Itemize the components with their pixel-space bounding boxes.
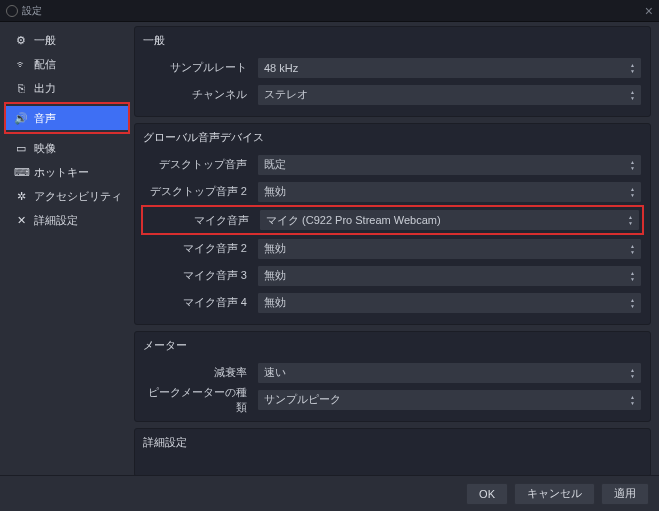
sidebar-item-stream[interactable]: ᯤ 配信 <box>6 52 130 76</box>
select-value: サンプルピーク <box>264 392 341 407</box>
spinner-icon: ▲▼ <box>630 367 635 379</box>
sidebar-item-hotkeys[interactable]: ⌨ ホットキー <box>6 160 130 184</box>
row-channel: チャンネル ステレオ ▲▼ <box>143 81 642 108</box>
select-sample-rate[interactable]: 48 kHz ▲▼ <box>257 57 642 79</box>
spinner-icon: ▲▼ <box>630 89 635 101</box>
select-value: マイク (C922 Pro Stream Webcam) <box>266 213 441 228</box>
select-mic-audio-4[interactable]: 無効 ▲▼ <box>257 292 642 314</box>
group-title: 詳細設定 <box>143 435 642 450</box>
app-icon <box>6 5 18 17</box>
spinner-icon: ▲▼ <box>630 159 635 171</box>
row-desktop-audio-2: デスクトップ音声 2 無効 ▲▼ <box>143 178 642 205</box>
close-icon[interactable]: × <box>645 3 653 19</box>
sidebar-item-advanced[interactable]: ✕ 詳細設定 <box>6 208 130 232</box>
sidebar-item-label: ホットキー <box>34 165 89 180</box>
sidebar: ⚙ 一般 ᯤ 配信 ⎘ 出力 🔊 音声 ▭ 映像 ⌨ ホットキー ✲ アクセシビ… <box>0 22 130 475</box>
label-mic-audio-3: マイク音声 3 <box>143 268 251 283</box>
tools-icon: ✕ <box>14 214 28 227</box>
label-mic-audio: マイク音声 <box>145 213 253 228</box>
select-value: 既定 <box>264 157 286 172</box>
sidebar-item-label: 出力 <box>34 81 56 96</box>
row-mic-audio-3: マイク音声 3 無効 ▲▼ <box>143 262 642 289</box>
spinner-icon: ▲▼ <box>630 297 635 309</box>
label-desktop-audio: デスクトップ音声 <box>143 157 251 172</box>
row-mic-audio-4: マイク音声 4 無効 ▲▼ <box>143 289 642 316</box>
group-title: メーター <box>143 338 642 353</box>
content-pane: 一般 サンプルレート 48 kHz ▲▼ チャンネル ステレオ ▲▼ グローバル… <box>130 22 659 475</box>
sidebar-item-label: アクセシビリティ <box>34 189 122 204</box>
window-title: 設定 <box>22 4 42 18</box>
group-general: 一般 サンプルレート 48 kHz ▲▼ チャンネル ステレオ ▲▼ <box>134 26 651 117</box>
select-value: 無効 <box>264 268 286 283</box>
sidebar-item-label: 詳細設定 <box>34 213 78 228</box>
sidebar-item-accessibility[interactable]: ✲ アクセシビリティ <box>6 184 130 208</box>
row-desktop-audio: デスクトップ音声 既定 ▲▼ <box>143 151 642 178</box>
select-value: 無効 <box>264 295 286 310</box>
group-title: グローバル音声デバイス <box>143 130 642 145</box>
row-mic-audio-highlight: マイク音声 マイク (C922 Pro Stream Webcam) ▲▼ <box>141 205 644 235</box>
ok-button[interactable]: OK <box>466 483 508 505</box>
output-icon: ⎘ <box>14 82 28 94</box>
select-value: ステレオ <box>264 87 308 102</box>
group-meters: メーター 減衰率 速い ▲▼ ピークメーターの種類 サンプルピーク ▲▼ <box>134 331 651 422</box>
title-bar: 設定 × <box>0 0 659 22</box>
select-value: 無効 <box>264 184 286 199</box>
sidebar-item-label: 映像 <box>34 141 56 156</box>
row-sample-rate: サンプルレート 48 kHz ▲▼ <box>143 54 642 81</box>
select-channel[interactable]: ステレオ ▲▼ <box>257 84 642 106</box>
cancel-button[interactable]: キャンセル <box>514 483 595 505</box>
label-decay-rate: 減衰率 <box>143 365 251 380</box>
select-mic-audio-2[interactable]: 無効 ▲▼ <box>257 238 642 260</box>
spinner-icon: ▲▼ <box>630 186 635 198</box>
speaker-icon: 🔊 <box>14 112 28 125</box>
sidebar-item-output[interactable]: ⎘ 出力 <box>6 76 130 100</box>
select-value: 速い <box>264 365 286 380</box>
apply-button[interactable]: 適用 <box>601 483 649 505</box>
antenna-icon: ᯤ <box>14 58 28 70</box>
sidebar-highlight: 🔊 音声 <box>4 102 130 134</box>
label-channel: チャンネル <box>143 87 251 102</box>
select-value: 48 kHz <box>264 62 298 74</box>
sidebar-item-label: 一般 <box>34 33 56 48</box>
select-decay-rate[interactable]: 速い ▲▼ <box>257 362 642 384</box>
group-global-audio-devices: グローバル音声デバイス デスクトップ音声 既定 ▲▼ デスクトップ音声 2 無効… <box>134 123 651 325</box>
accessibility-icon: ✲ <box>14 190 28 203</box>
footer: OK キャンセル 適用 <box>0 475 659 511</box>
gear-icon: ⚙ <box>14 34 28 47</box>
spinner-icon: ▲▼ <box>630 270 635 282</box>
label-mic-audio-2: マイク音声 2 <box>143 241 251 256</box>
sidebar-item-label: 音声 <box>34 111 56 126</box>
label-desktop-audio-2: デスクトップ音声 2 <box>143 184 251 199</box>
select-mic-audio[interactable]: マイク (C922 Pro Stream Webcam) ▲▼ <box>259 209 640 231</box>
sidebar-item-general[interactable]: ⚙ 一般 <box>6 28 130 52</box>
spinner-icon: ▲▼ <box>628 214 633 226</box>
select-desktop-audio-2[interactable]: 無効 ▲▼ <box>257 181 642 203</box>
spinner-icon: ▲▼ <box>630 243 635 255</box>
row-peak-meter-type: ピークメーターの種類 サンプルピーク ▲▼ <box>143 386 642 413</box>
group-title: 一般 <box>143 33 642 48</box>
spinner-icon: ▲▼ <box>630 62 635 74</box>
row-decay-rate: 減衰率 速い ▲▼ <box>143 359 642 386</box>
label-sample-rate: サンプルレート <box>143 60 251 75</box>
select-value: 無効 <box>264 241 286 256</box>
spinner-icon: ▲▼ <box>630 394 635 406</box>
keyboard-icon: ⌨ <box>14 166 28 179</box>
row-mic-audio-2: マイク音声 2 無効 ▲▼ <box>143 235 642 262</box>
select-peak-meter-type[interactable]: サンプルピーク ▲▼ <box>257 389 642 411</box>
select-mic-audio-3[interactable]: 無効 ▲▼ <box>257 265 642 287</box>
label-peak-meter-type: ピークメーターの種類 <box>143 385 251 415</box>
sidebar-item-video[interactable]: ▭ 映像 <box>6 136 130 160</box>
select-desktop-audio[interactable]: 既定 ▲▼ <box>257 154 642 176</box>
sidebar-item-label: 配信 <box>34 57 56 72</box>
group-advanced: 詳細設定 <box>134 428 651 475</box>
sidebar-item-audio[interactable]: 🔊 音声 <box>6 106 128 130</box>
monitor-icon: ▭ <box>14 142 28 155</box>
label-mic-audio-4: マイク音声 4 <box>143 295 251 310</box>
